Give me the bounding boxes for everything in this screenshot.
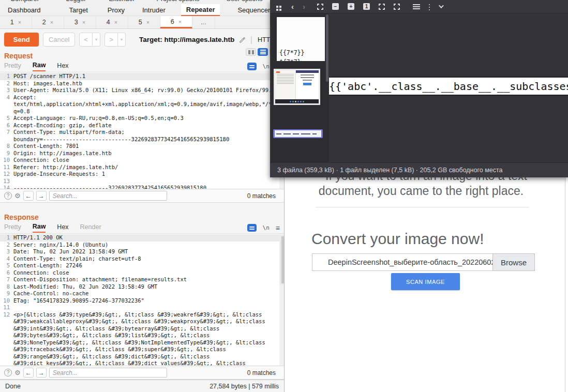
close-icon[interactable]: × [50,19,53,25]
scan-image-button[interactable]: SCAN IMAGE [391,273,460,290]
response-size-time-label: 27,584 bytes | 579 millis [210,383,279,390]
prettify-icon[interactable] [247,224,257,232]
tab-target[interactable]: Target [64,4,93,16]
browser-page: If you want to turn an image into a text… [284,177,568,392]
fit-to-window-icon[interactable] [317,4,323,10]
tab-request-pretty[interactable]: Pretty [4,62,21,71]
request-line: 8Content-Length: 7801 [0,143,284,150]
tab-logger[interactable]: Logger [66,0,86,3]
payload-line: ${7*7} [279,57,322,61]
thumb-webpage-pane [295,70,319,99]
tab-project-options[interactable]: Project options [157,0,200,3]
send-button[interactable]: Send [4,33,39,47]
request-search-input[interactable] [49,191,167,201]
chevron-down-icon[interactable]: ▾ [118,33,126,47]
response-editor[interactable]: 1HTTP/1.1 200 OK2Server: nginx/1.14.0 (U… [0,233,284,366]
response-line: 1HTTP/1.1 200 OK [0,234,284,242]
browse-button[interactable]: Browse [492,253,535,271]
history-back-split-button[interactable]: < ▾ [79,33,100,47]
response-line: &#39;bytes&#39;&gt;, &lt;class &#39;list… [0,332,284,339]
more-options-icon[interactable] [429,4,430,5]
request-line: 11Referer: http://images.late.htb/ [0,164,284,171]
file-item-selected-text-file[interactable] [273,129,323,138]
response-line: &#39;traceback&#39;&gt;, &lt;class &#39;… [0,346,284,353]
repeater-tab-overflow[interactable]: ... [192,16,215,28]
close-icon[interactable]: × [82,19,85,25]
prettify-icon[interactable] [247,63,257,70]
request-line: 12Upgrade-Insecure-Requests: 1 [0,171,284,178]
gear-icon[interactable]: ⚙ [14,192,21,199]
thumb-taskbar [275,99,319,103]
repeater-tab-1[interactable]: 1× [0,16,32,28]
gear-icon[interactable]: ⚙ [14,369,21,376]
burp-status-bar: Done 27,584 bytes | 579 millis [0,380,284,392]
search-next-icon[interactable]: → [36,191,47,201]
show-newlines-icon[interactable]: \n [263,224,270,231]
file-item-screenshot[interactable] [274,69,320,105]
sidebar-scrollbar[interactable] [326,14,328,82]
previous-file-icon[interactable]: ‹ [291,3,294,10]
history-back-icon[interactable]: < [79,33,93,47]
tab-extender[interactable]: Extender [109,0,135,3]
tab-repeater[interactable]: Repeater [181,4,220,16]
tab-intruder[interactable]: Intruder [137,4,171,16]
response-line: 7Content-Disposition: attachment; filena… [0,276,284,283]
zoom-out-icon[interactable]: − [332,3,339,10]
tab-response-hex[interactable]: Hex [57,223,68,232]
request-line: 3User-Agent: Mozilla/5.0 (X11; Linux x86… [0,87,284,94]
show-newlines-icon[interactable]: \n [263,63,270,70]
file-viewer-window: ‹ › − + 1 {{7*7}}${7*7}<%= 7*7 %>${{7*7}… [270,0,568,177]
tab-request-hex[interactable]: Hex [57,62,68,71]
tab-dashboard[interactable]: Dashboard [3,4,46,16]
tab-proxy[interactable]: Proxy [102,4,130,16]
chevron-down-icon[interactable] [439,3,444,8]
response-search-input[interactable] [49,368,167,378]
search-prev-icon[interactable]: ← [23,368,34,378]
list-view-icon[interactable] [413,4,420,9]
repeater-tab-2[interactable]: 2× [32,16,64,28]
tab-request-raw[interactable]: Raw [33,62,46,71]
fit-width-icon[interactable] [379,4,385,10]
layout-columns-icon[interactable] [246,48,256,56]
tab-response-raw[interactable]: Raw [33,223,46,233]
menu-icon[interactable]: ≡ [276,224,280,232]
tab-user-options[interactable]: User options [226,0,262,3]
request-line: 9Origin: http://images.late.htb [0,150,284,157]
chevron-down-icon[interactable]: ▾ [93,33,100,47]
layout-rows-icon[interactable] [258,48,268,56]
search-prev-icon[interactable]: ← [23,191,34,201]
tab-response-render[interactable]: Render [80,223,101,232]
history-forward-split-button[interactable]: > ▾ [104,33,126,47]
response-header-row: Response [0,212,284,222]
close-icon[interactable]: × [114,19,117,25]
viewer-toolbar: ‹ › − + 1 [270,0,568,13]
actual-size-icon[interactable]: 1 [363,3,370,10]
repeater-tab-3[interactable]: 3× [64,16,96,28]
repeater-tab-6[interactable]: 6× [160,16,192,28]
request-line: boundary=---------------------------3226… [0,136,284,143]
response-scrollbar[interactable] [279,234,284,366]
edit-target-pencil-icon[interactable] [238,36,245,44]
search-next-icon[interactable]: → [36,368,47,378]
file-item-payload-txt[interactable]: {{7*7}}${7*7}<%= 7*7 %>${{7*7}} [277,17,325,61]
close-icon[interactable]: × [178,19,182,25]
cancel-button[interactable]: Cancel [43,33,75,47]
close-icon[interactable]: × [18,19,21,25]
tab-response-pretty[interactable]: Pretty [4,223,21,232]
next-file-icon[interactable]: › [303,3,305,10]
file-preview-canvas: {{'abc'.__class__.__base__.__subclasses_… [329,77,568,96]
help-icon[interactable]: ? [4,192,12,200]
zoom-in-icon[interactable]: + [348,3,354,10]
repeater-tab-4[interactable]: 4× [96,16,128,28]
tab-sequencer[interactable]: Sequencer [232,4,275,16]
fit-height-icon[interactable] [394,4,400,10]
history-forward-icon[interactable]: > [104,33,118,47]
tab-comparer[interactable]: Comparer [10,0,39,3]
response-line: &#39;dict_keys&#39;&gt;, &lt;class &#39;… [0,360,284,366]
help-icon[interactable]: ? [4,369,12,376]
request-editor[interactable]: 1POST /scanner HTTP/1.12Host: images.lat… [0,72,284,189]
file-upload-field[interactable]: DeepinScreenshot_выберите-область_202206… [312,253,535,271]
close-icon[interactable]: × [146,19,150,25]
thumbnail-grid-icon[interactable] [276,6,278,8]
repeater-tab-5[interactable]: 5× [128,16,160,28]
